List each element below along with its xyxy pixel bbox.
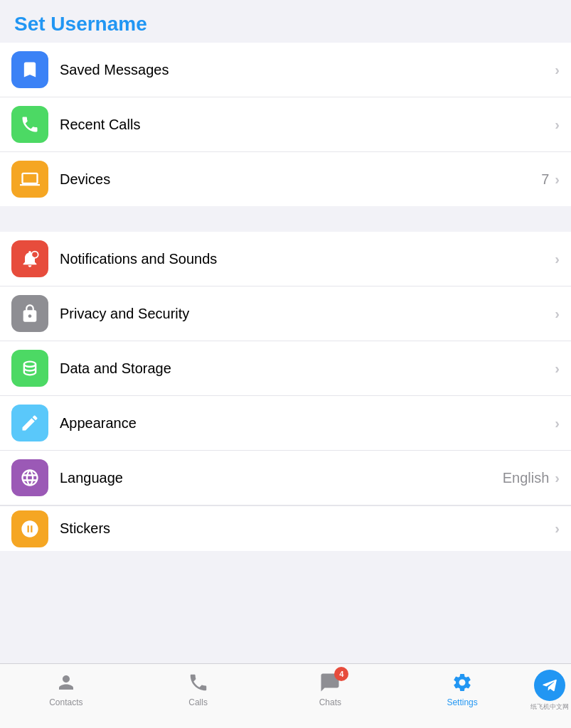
notifications-chevron: › <box>555 251 560 267</box>
header: Set Username <box>0 0 571 43</box>
contacts-tab-icon <box>53 670 79 695</box>
settings-tab-label: Settings <box>447 697 477 707</box>
section-gap-1 <box>0 206 571 232</box>
tab-chats[interactable]: 4 Chats <box>265 670 397 707</box>
language-chevron: › <box>555 470 560 486</box>
data-storage-icon <box>11 350 48 387</box>
devices-value: 7 <box>541 171 549 188</box>
tab-contacts[interactable]: Contacts <box>0 670 132 707</box>
telegram-logo-circle <box>534 670 565 701</box>
settings-tab-icon <box>449 670 475 695</box>
data-storage-item[interactable]: Data and Storage › <box>0 341 571 396</box>
chats-tab-label: Chats <box>319 697 341 707</box>
recent-calls-chevron: › <box>555 117 560 133</box>
notifications-item[interactable]: Notifications and Sounds › <box>0 232 571 287</box>
stickers-item[interactable]: Stickers › <box>0 505 571 551</box>
telegram-logo: 纸飞机中文网 <box>528 670 571 712</box>
recent-calls-label: Recent Calls <box>60 117 555 133</box>
chats-tab-icon: 4 <box>317 670 343 695</box>
contacts-tab-label: Contacts <box>49 697 82 707</box>
recent-calls-icon <box>11 106 48 143</box>
logo-label: 纸飞机中文网 <box>530 702 569 712</box>
saved-messages-icon <box>11 51 48 88</box>
language-item[interactable]: Language English › <box>0 451 571 505</box>
language-label: Language <box>60 470 503 486</box>
tab-calls[interactable]: Calls <box>132 670 265 707</box>
svg-point-0 <box>31 252 38 258</box>
notifications-icon <box>11 240 48 277</box>
appearance-chevron: › <box>555 415 560 432</box>
stickers-chevron: › <box>555 520 560 537</box>
tab-settings[interactable]: Settings <box>396 670 528 707</box>
calls-tab-icon <box>186 670 211 695</box>
data-storage-chevron: › <box>555 360 560 377</box>
saved-messages-chevron: › <box>555 62 560 78</box>
settings-group-2: Notifications and Sounds › Privacy and S… <box>0 232 571 551</box>
language-value: English <box>503 470 550 486</box>
data-storage-label: Data and Storage <box>60 360 555 377</box>
recent-calls-item[interactable]: Recent Calls › <box>0 97 571 152</box>
language-icon <box>11 459 48 496</box>
notifications-label: Notifications and Sounds <box>60 251 555 267</box>
privacy-item[interactable]: Privacy and Security › <box>0 287 571 341</box>
appearance-icon <box>11 405 48 441</box>
privacy-chevron: › <box>555 306 560 322</box>
calls-tab-label: Calls <box>188 697 208 707</box>
page-title: Set Username <box>14 13 147 35</box>
devices-icon <box>11 161 48 198</box>
settings-group-1: Saved Messages › Recent Calls › Devices … <box>0 43 571 206</box>
devices-chevron: › <box>555 171 560 188</box>
stickers-icon <box>11 510 48 547</box>
appearance-item[interactable]: Appearance › <box>0 396 571 451</box>
appearance-label: Appearance <box>60 415 555 432</box>
devices-item[interactable]: Devices 7 › <box>0 152 571 206</box>
stickers-label: Stickers <box>60 520 555 537</box>
privacy-icon <box>11 295 48 332</box>
chats-badge: 4 <box>334 667 348 681</box>
saved-messages-item[interactable]: Saved Messages › <box>0 43 571 97</box>
privacy-label: Privacy and Security <box>60 306 555 322</box>
tab-bar: Contacts Calls 4 Chats Settings <box>0 663 571 728</box>
devices-label: Devices <box>60 171 541 188</box>
saved-messages-label: Saved Messages <box>60 62 555 78</box>
